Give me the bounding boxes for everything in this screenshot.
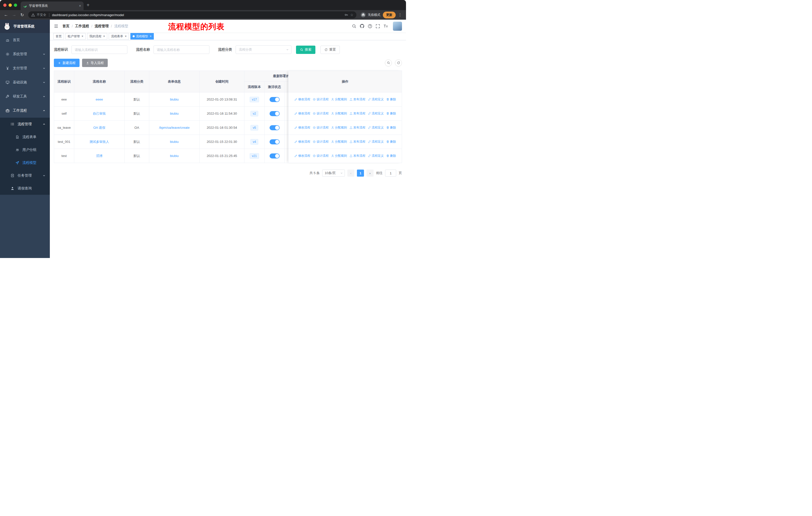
sidebar-item-user-group[interactable]: 用户分组 — [0, 143, 50, 156]
action-edit[interactable]: 修改流程 — [294, 111, 310, 116]
sidebar-item-dev-tools[interactable]: 研发工具 — [0, 89, 50, 104]
action-assign[interactable]: 分配规则 — [331, 154, 347, 158]
action-design[interactable]: 设计流程 — [313, 111, 329, 116]
action-assign[interactable]: 分配规则 — [331, 126, 347, 130]
action-design[interactable]: 设计流程 — [313, 126, 329, 130]
fullscreen-icon[interactable] — [376, 24, 380, 28]
new-tab-button[interactable]: + — [87, 2, 90, 8]
action-design[interactable]: 设计流程 — [313, 97, 329, 102]
active-toggle[interactable] — [269, 111, 280, 116]
close-icon[interactable]: × — [150, 34, 151, 38]
form-link[interactable]: biubiu — [170, 98, 179, 101]
action-delete[interactable]: 删除 — [386, 126, 396, 130]
tag-process-model[interactable]: 流程模型× — [130, 33, 154, 39]
action-delete[interactable]: 删除 — [386, 140, 396, 144]
breadcrumb-process-management[interactable]: 流程管理 — [95, 24, 109, 28]
app-logo[interactable]: 芋道管理系统 — [0, 20, 50, 33]
update-button[interactable]: 更新 — [383, 11, 396, 19]
forward-button[interactable]: → — [10, 11, 18, 19]
page-size-select[interactable]: 10条/页 — [322, 169, 345, 176]
action-publish[interactable]: 发布流程 — [349, 154, 366, 158]
action-define[interactable]: 流程定义 — [368, 154, 384, 158]
browser-tab[interactable]: 芋道管理系统 × — [21, 1, 84, 10]
action-edit[interactable]: 修改流程 — [294, 140, 310, 144]
next-page-button[interactable]: › — [367, 169, 374, 176]
tag-my-process[interactable]: 我的流程× — [87, 33, 107, 39]
tab-close-icon[interactable]: × — [79, 4, 81, 8]
sidebar-item-infrastructure[interactable]: 基础设施 — [0, 75, 50, 89]
back-button[interactable]: ← — [2, 11, 9, 19]
password-key-icon[interactable] — [344, 13, 348, 17]
sidebar-item-home[interactable]: 首页 — [0, 33, 50, 47]
action-publish[interactable]: 发布流程 — [349, 140, 366, 144]
maximize-window-button[interactable] — [14, 3, 17, 7]
action-delete[interactable]: 删除 — [386, 97, 396, 102]
tag-process-form[interactable]: 流程表单× — [109, 33, 129, 39]
breadcrumb-workflow[interactable]: 工作流程 — [75, 24, 89, 28]
browser-menu-icon[interactable]: ⋮ — [397, 12, 404, 17]
category-select[interactable]: 流程分类 — [236, 45, 291, 54]
form-link[interactable]: /bpm/oa/leave/create — [159, 126, 190, 130]
close-icon[interactable]: × — [103, 34, 105, 38]
tag-tenant[interactable]: 租户管理× — [65, 33, 86, 39]
active-toggle[interactable] — [269, 154, 280, 159]
action-define[interactable]: 流程定义 — [368, 97, 384, 102]
close-window-button[interactable] — [3, 3, 6, 7]
github-icon[interactable] — [360, 24, 365, 28]
action-define[interactable]: 流程定义 — [368, 111, 384, 116]
refresh-table-button[interactable] — [395, 59, 402, 66]
help-icon[interactable] — [368, 24, 372, 28]
sidebar-item-system[interactable]: 系统管理 — [0, 47, 50, 61]
active-toggle[interactable] — [269, 139, 280, 144]
form-link[interactable]: biubiu — [170, 140, 179, 144]
reload-button[interactable]: ↻ — [19, 11, 26, 19]
minimize-window-button[interactable] — [8, 3, 12, 7]
process-name-link[interactable]: 测试多审批人 — [90, 140, 109, 144]
form-link[interactable]: biubiu — [170, 112, 179, 115]
action-delete[interactable]: 删除 — [386, 154, 396, 158]
action-design[interactable]: 设计流程 — [313, 140, 329, 144]
search-button[interactable]: 搜索 — [296, 46, 315, 54]
action-edit[interactable]: 修改流程 — [294, 154, 310, 158]
process-name-link[interactable]: OA 请假 — [93, 126, 106, 130]
sidebar-item-leave-query[interactable]: 请假查询 — [0, 182, 50, 195]
form-link[interactable]: biubiu — [170, 154, 179, 158]
bookmark-star-icon[interactable]: ☆ — [350, 13, 353, 17]
hamburger-icon[interactable] — [54, 24, 58, 28]
goto-page-input[interactable] — [385, 169, 396, 176]
action-publish[interactable]: 发布流程 — [349, 97, 366, 102]
tag-home[interactable]: 首页 — [53, 33, 64, 39]
process-name-link[interactable]: eeee — [96, 98, 103, 101]
action-publish[interactable]: 发布流程 — [349, 126, 366, 130]
avatar[interactable] — [393, 22, 402, 31]
reset-button[interactable]: 重置 — [320, 46, 340, 54]
active-toggle[interactable] — [269, 97, 280, 102]
sidebar-item-payment[interactable]: 支付管理 — [0, 61, 50, 75]
sidebar-item-process-model[interactable]: 流程模型 — [0, 156, 50, 169]
sidebar-item-process-management[interactable]: 流程管理 — [0, 118, 50, 131]
action-delete[interactable]: 删除 — [386, 111, 396, 116]
prev-page-button[interactable]: ‹ — [347, 169, 354, 176]
action-assign[interactable]: 分配规则 — [331, 140, 347, 144]
action-design[interactable]: 设计流程 — [313, 154, 329, 158]
sidebar-item-workflow[interactable]: 工作流程 — [0, 104, 50, 118]
url-bar[interactable]: 不安全 dashboard.yudao.iocoder.cn/bpm/manag… — [28, 11, 356, 19]
action-edit[interactable]: 修改流程 — [294, 126, 310, 130]
active-toggle[interactable] — [269, 125, 280, 130]
action-define[interactable]: 流程定义 — [368, 140, 384, 144]
close-icon[interactable]: × — [82, 34, 83, 38]
close-icon[interactable]: × — [125, 34, 126, 38]
create-process-button[interactable]: 新建流程 — [54, 59, 80, 67]
sidebar-item-process-form[interactable]: 流程表单 — [0, 131, 50, 143]
font-size-icon[interactable] — [383, 24, 388, 28]
search-icon[interactable] — [352, 24, 356, 28]
action-assign[interactable]: 分配规则 — [331, 111, 347, 116]
import-process-button[interactable]: 导入流程 — [82, 59, 108, 67]
action-publish[interactable]: 发布流程 — [349, 111, 366, 116]
process-name-link[interactable]: 滔博 — [96, 154, 103, 158]
action-edit[interactable]: 修改流程 — [294, 97, 310, 102]
process-name-link[interactable]: 自己审批 — [93, 111, 106, 116]
process-key-input[interactable] — [71, 45, 127, 54]
action-define[interactable]: 流程定义 — [368, 126, 384, 130]
sidebar-item-task-management[interactable]: 任务管理 — [0, 169, 50, 182]
